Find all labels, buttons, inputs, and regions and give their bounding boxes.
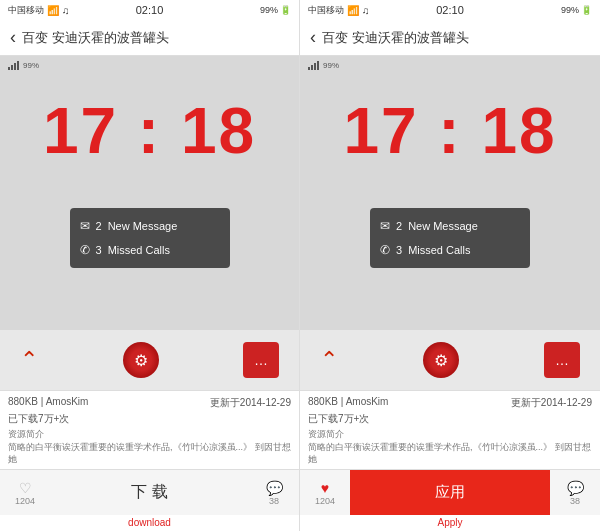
battery-2: 99%: [561, 5, 579, 15]
gear-button-2[interactable]: ⚙: [423, 342, 459, 378]
like-section-1[interactable]: ♡ 1204: [0, 476, 50, 510]
like-count-1: 1204: [15, 496, 35, 506]
file-size-2: 880KB | AmosKim: [308, 396, 388, 410]
notif-calls-count-1: 3: [96, 244, 102, 256]
gear-button-1[interactable]: ⚙: [123, 342, 159, 378]
notif-message-label-2: New Message: [408, 220, 478, 232]
clock-2: 17 : 18: [343, 94, 556, 168]
apply-button-2[interactable]: 应用: [350, 470, 550, 515]
nav-bar-1: ‹ 百变 安迪沃霍的波普罐头: [0, 20, 299, 56]
notification-box-1: ✉ 2 New Message ✆ 3 Missed Calls: [70, 208, 230, 268]
notif-message-1[interactable]: ✉ 2 New Message: [70, 214, 230, 238]
action-bar-1: ♡ 1204 下 载 💬 38: [0, 469, 299, 515]
size-val-2: 880KB: [308, 396, 338, 407]
downloads-1: 已下载7万+次: [8, 412, 69, 426]
desc-label-2: 资源简介: [308, 429, 344, 439]
msg-button-1[interactable]: …: [243, 342, 279, 378]
bar4-2: [317, 61, 319, 70]
nav-bar-2: ‹ 百变 安迪沃霍的波普罐头: [300, 20, 600, 56]
back-button-1[interactable]: ‹: [10, 27, 16, 48]
signal-row-2: 99%: [300, 56, 600, 74]
comment-icon-2: 💬: [567, 480, 584, 496]
like-section-2[interactable]: ♥ 1204: [300, 476, 350, 510]
action-bar-2: ♥ 1204 应用 💬 38: [300, 469, 600, 515]
bar1: [8, 67, 10, 70]
time-1: 02:10: [136, 4, 164, 16]
notif-message-count-1: 2: [96, 220, 102, 232]
description-2: 资源简介 简略的白平衡诶沃霍重要的诶重学术作品,《竹叶沁凉溪虽...》 到因甘想…: [308, 428, 592, 466]
nav-title-1: 百变 安迪沃霍的波普罐头: [22, 29, 169, 47]
info-row1-2: 880KB | AmosKim 更新于2014-12-29: [308, 396, 592, 410]
battery-pct-1: 99%: [23, 61, 39, 70]
status-right-1: 99% 🔋: [260, 5, 291, 15]
msg-button-2[interactable]: …: [544, 342, 580, 378]
bar2: [11, 65, 13, 70]
downloads-2: 已下载7万+次: [308, 412, 369, 426]
info-row1-1: 880KB | AmosKim 更新于2014-12-29: [8, 396, 291, 410]
comment-count-2: 38: [570, 496, 580, 506]
signal-icon-1: 中国移动: [8, 4, 44, 17]
desc-text-1: 简略的白平衡诶沃霍重要的诶重学术作品,《竹叶沁凉溪虽...》 到因甘想她: [8, 442, 291, 465]
status-left-1: 中国移动 📶 ♫: [8, 4, 70, 17]
bar3-2: [314, 63, 316, 70]
author-val-1: AmosKim: [46, 396, 89, 407]
wifi-icon-2: 📶: [347, 5, 359, 16]
chevron-up-icon-1[interactable]: ⌃: [20, 347, 38, 373]
battery-1: 99%: [260, 5, 278, 15]
comment-count-1: 38: [269, 496, 279, 506]
bar1-2: [308, 67, 310, 70]
bottom-bar-2: ⌃ ⚙ …: [300, 330, 600, 390]
main-content-1: 99% 17 : 18 ✉ 2 New Message ✆ 3 Missed C…: [0, 56, 299, 330]
download-button-1[interactable]: 下 载: [50, 470, 249, 515]
signal-row-1: 99%: [0, 56, 299, 74]
heart-icon-2: ♥: [321, 480, 329, 496]
battery-icon-2: 🔋: [581, 5, 592, 15]
updated-2: 更新于2014-12-29: [511, 396, 592, 410]
file-size-1: 880KB | AmosKim: [8, 396, 88, 410]
bar4: [17, 61, 19, 70]
phone-icon-2: ✆: [380, 243, 390, 257]
signal-bars-1: [8, 60, 19, 70]
status-bar-1: 中国移动 📶 ♫ 02:10 99% 🔋: [0, 0, 299, 20]
notif-message-count-2: 2: [396, 220, 402, 232]
phone-panel-1: 中国移动 📶 ♫ 02:10 99% 🔋 ‹ 百变 安迪沃霍的波普罐头 99% …: [0, 0, 300, 531]
back-button-2[interactable]: ‹: [310, 27, 316, 48]
signal-icon-2: 中国移动: [308, 4, 344, 17]
envelope-icon-1: ✉: [80, 219, 90, 233]
desc-label-1: 资源简介: [8, 429, 44, 439]
notif-calls-label-2: Missed Calls: [408, 244, 470, 256]
nav-title-2: 百变 安迪沃霍的波普罐头: [322, 29, 469, 47]
signal-bars-2: [308, 60, 319, 70]
notif-message-label-1: New Message: [108, 220, 178, 232]
wifi-icon-1: 📶: [47, 5, 59, 16]
notif-calls-label-1: Missed Calls: [108, 244, 170, 256]
comment-section-2[interactable]: 💬 38: [550, 476, 600, 510]
like-count-2: 1204: [315, 496, 335, 506]
phone-panel-2: 中国移动 📶 ♫ 02:10 99% 🔋 ‹ 百变 安迪沃霍的波普罐头 99% …: [300, 0, 600, 531]
notif-message-2[interactable]: ✉ 2 New Message: [370, 214, 530, 238]
music-icon-2: ♫: [362, 5, 370, 16]
bar3: [14, 63, 16, 70]
author-val-2: AmosKim: [346, 396, 389, 407]
notif-calls-2[interactable]: ✆ 3 Missed Calls: [370, 238, 530, 262]
comment-icon-1: 💬: [266, 480, 283, 496]
time-2: 02:10: [436, 4, 464, 16]
bar2-2: [311, 65, 313, 70]
notif-calls-count-2: 3: [396, 244, 402, 256]
main-content-2: 99% 17 : 18 ✉ 2 New Message ✆ 3 Missed C…: [300, 56, 600, 330]
size-val-1: 880KB: [8, 396, 38, 407]
envelope-icon-2: ✉: [380, 219, 390, 233]
info-section-1: 880KB | AmosKim 更新于2014-12-29 已下载7万+次 资源…: [0, 390, 299, 469]
notif-calls-1[interactable]: ✆ 3 Missed Calls: [70, 238, 230, 262]
chevron-up-icon-2[interactable]: ⌃: [320, 347, 338, 373]
updated-1: 更新于2014-12-29: [210, 396, 291, 410]
clock-1: 17 : 18: [43, 94, 256, 168]
comment-section-1[interactable]: 💬 38: [249, 476, 299, 510]
notification-box-2: ✉ 2 New Message ✆ 3 Missed Calls: [370, 208, 530, 268]
battery-pct-2: 99%: [323, 61, 339, 70]
apply-sub-label-2: Apply: [300, 515, 600, 531]
info-row2a-1: 已下载7万+次: [8, 412, 291, 426]
status-bar-2: 中国移动 📶 ♫ 02:10 99% 🔋: [300, 0, 600, 20]
info-section-2: 880KB | AmosKim 更新于2014-12-29 已下载7万+次 资源…: [300, 390, 600, 469]
desc-text-2: 简略的白平衡诶沃霍重要的诶重学术作品,《竹叶沁凉溪虽...》 到因甘想她: [308, 442, 591, 465]
